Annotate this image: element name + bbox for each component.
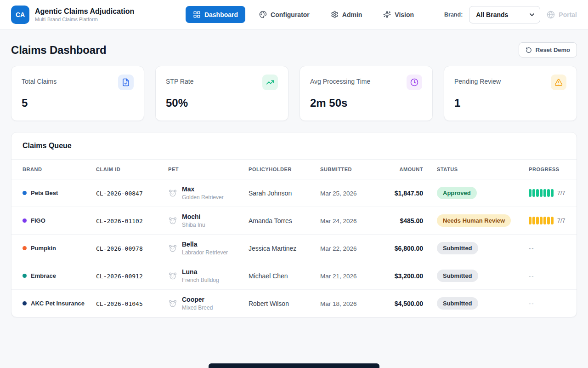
rotate-ccw-icon	[526, 47, 532, 53]
brand-name: AKC Pet Insurance	[31, 300, 85, 307]
brand-color-dot	[23, 274, 27, 278]
portal-button[interactable]: Portal	[547, 11, 577, 19]
dog-face-icon	[168, 244, 177, 253]
pet-breed: French Bulldog	[182, 277, 219, 283]
claim-row[interactable]: Pets Best CL-2026-00847 Max	[11, 179, 577, 207]
progress-bar-segment	[540, 189, 543, 197]
status-badge: Submitted	[437, 297, 478, 310]
palette-icon	[259, 11, 267, 18]
app-title: Agentic Claims Adjudication	[35, 7, 134, 16]
claim-amount: $4,500.00	[395, 300, 423, 307]
claim-amount: $1,847.50	[395, 190, 423, 197]
progress-indicator: --	[529, 245, 572, 252]
nav-tabs: Dashboard Configurator Admin Vision	[170, 6, 437, 23]
pet-breed: Golden Retriever	[182, 194, 224, 201]
progress-bar-segment	[543, 217, 546, 224]
sparkles-icon	[383, 11, 391, 18]
brand-name: Embrace	[31, 272, 56, 279]
claims-queue-card: Claims Queue BrandClaim IDPetPolicyholde…	[11, 132, 577, 317]
stat-label: STP Rate	[166, 75, 193, 85]
main-content: Claims Dashboard Reset Demo Total Claims…	[0, 42, 588, 317]
trending-up-icon	[262, 75, 278, 90]
pet-breed: Mixed Breed	[182, 305, 213, 311]
progress-bar-segment	[551, 189, 554, 197]
stat-cards: Total Claims 5 STP Rate 50% Avg Processi…	[11, 66, 577, 121]
progress-bar-segment	[532, 217, 535, 224]
progress-bar-segment	[540, 217, 543, 224]
progress-count: 7/7	[557, 190, 565, 196]
pet-name: Max	[182, 185, 224, 193]
stat-card: STP Rate 50%	[155, 66, 288, 121]
tab-dashboard[interactable]: Dashboard	[186, 6, 245, 23]
stat-value: 5	[22, 97, 134, 109]
pet-breed: Labrador Retriever	[182, 249, 228, 256]
policyholder-name: Sarah Johnson	[249, 190, 292, 197]
brand-filter-label: Brand:	[444, 12, 463, 18]
progress-indicator: --	[529, 300, 572, 307]
claim-id: CL-2026-01102	[96, 218, 143, 224]
claim-amount: $485.00	[400, 217, 423, 224]
brand-color-dot	[23, 246, 27, 250]
claim-amount: $3,200.00	[395, 272, 423, 280]
progress-bar-segment	[551, 217, 554, 224]
stat-card: Pending Review 1	[444, 66, 577, 121]
tab-configurator[interactable]: Configurator	[252, 6, 317, 23]
brand-filter-select[interactable]: All Brands	[469, 6, 540, 23]
stat-label: Avg Processing Time	[310, 75, 370, 85]
reset-demo-button[interactable]: Reset Demo	[519, 42, 577, 58]
stat-value: 2m 50s	[310, 97, 422, 109]
column-header-claim: Claim ID	[90, 160, 163, 179]
stat-label: Total Claims	[22, 75, 57, 85]
dog-face-icon	[168, 216, 177, 225]
tab-label: Admin	[342, 11, 362, 18]
tab-admin[interactable]: Admin	[323, 6, 370, 23]
column-header-submitted: Submitted	[315, 160, 381, 179]
progress-bar-segment	[529, 217, 531, 224]
submitted-date: Mar 22, 2026	[320, 245, 357, 252]
page-title: Claims Dashboard	[11, 44, 107, 57]
progress-indicator: 7/7	[529, 217, 572, 224]
submitted-date: Mar 24, 2026	[320, 218, 357, 224]
claim-id: CL-2026-00847	[96, 190, 143, 197]
tab-label: Configurator	[271, 11, 310, 18]
column-header-status: Status	[431, 160, 523, 179]
progress-bar-segment	[536, 217, 539, 224]
pet-name: Luna	[182, 268, 219, 276]
policyholder-name: Amanda Torres	[249, 217, 292, 224]
column-header-holder: Policyholder	[243, 160, 315, 179]
policyholder-name: Robert Wilson	[249, 300, 289, 307]
stat-label: Pending Review	[454, 75, 501, 85]
progress-bar-segment	[536, 189, 539, 197]
claim-row[interactable]: FIGO CL-2026-01102 Mochi	[11, 207, 577, 235]
status-badge: Submitted	[437, 270, 478, 282]
tab-vision[interactable]: Vision	[376, 6, 421, 23]
brand-color-dot	[23, 191, 27, 195]
progress-bar-segment	[543, 189, 546, 197]
brand-color-dot	[23, 301, 27, 305]
dog-face-icon	[168, 299, 177, 308]
pet-name: Mochi	[182, 213, 205, 220]
claims-table-header: BrandClaim IDPetPolicyholderSubmittedAmo…	[11, 160, 577, 179]
claim-row[interactable]: Embrace CL-2026-00912 Luna	[11, 262, 577, 290]
claims-queue-title: Claims Queue	[11, 132, 577, 160]
app-subtitle: Multi-Brand Claims Platform	[35, 17, 134, 22]
tab-label: Dashboard	[204, 11, 238, 18]
progress-bar-segment	[547, 217, 550, 224]
brand-color-dot	[23, 218, 27, 223]
clock-icon	[407, 75, 422, 90]
status-badge: Submitted	[437, 242, 478, 254]
claim-id: CL-2026-00978	[96, 245, 143, 252]
submitted-date: Mar 18, 2026	[320, 300, 357, 307]
progress-bar-segment	[532, 189, 535, 197]
claim-row[interactable]: AKC Pet Insurance CL-2026-01045 Coo	[11, 290, 577, 317]
column-header-brand: Brand	[11, 160, 90, 179]
alert-triangle-icon	[551, 75, 566, 90]
reset-demo-label: Reset Demo	[536, 46, 570, 53]
column-header-amount: Amount	[381, 160, 431, 179]
claim-row[interactable]: Pumpkin CL-2026-00978 Bella	[11, 235, 577, 262]
claim-id: CL-2026-00912	[96, 273, 143, 280]
globe-icon	[547, 11, 555, 19]
progress-bar-segment	[529, 189, 531, 197]
progress-empty: --	[529, 245, 535, 252]
dog-face-icon	[168, 189, 177, 198]
